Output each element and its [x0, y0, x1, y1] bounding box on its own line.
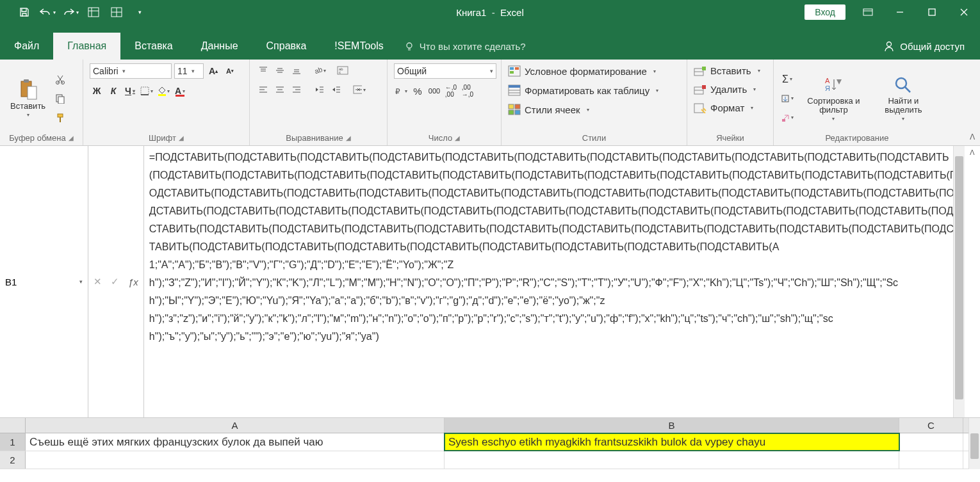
formula-scrollbar[interactable]	[953, 146, 965, 417]
cell-styles-button[interactable]: Стили ячеек▾	[508, 102, 680, 117]
col-header-C[interactable]: C	[899, 418, 963, 433]
align-right-button[interactable]	[290, 83, 304, 97]
cell-C2[interactable]	[899, 451, 963, 469]
formula-bar-collapse[interactable]: ᐱ	[965, 146, 980, 417]
group-editing: Σ АЯ Сортировка и фильтр▾ Найти и выдели…	[774, 60, 940, 145]
tab-home[interactable]: Главная	[53, 33, 120, 60]
sort-filter-button[interactable]: АЯ Сортировка и фильтр▾	[798, 72, 869, 125]
decrease-indent-button[interactable]	[313, 83, 327, 97]
name-box-input[interactable]	[5, 277, 79, 287]
align-bottom-button[interactable]	[290, 63, 304, 77]
title-bar: ▾ ▾ ▾ Книга1 - Excel Вход	[0, 0, 980, 24]
number-format-combo[interactable]: Общий▾	[394, 63, 496, 79]
font-color-button[interactable]: А	[173, 84, 187, 98]
insert-cells-button[interactable]: Вставить▾	[694, 63, 767, 78]
clear-button[interactable]	[780, 111, 794, 125]
copy-button[interactable]	[53, 92, 67, 106]
maximize-button[interactable]	[916, 0, 948, 24]
percent-button[interactable]: %	[411, 84, 425, 98]
wrap-text-button[interactable]: abc	[336, 63, 350, 77]
fill-button[interactable]	[780, 92, 794, 106]
underline-button[interactable]: Ч	[123, 84, 137, 98]
svg-point-19	[56, 81, 60, 84]
qat-customize[interactable]: ▾	[128, 0, 151, 24]
insert-function-button[interactable]: ƒx	[128, 277, 138, 287]
close-button[interactable]	[948, 0, 980, 24]
paste-label: Вставить	[10, 101, 45, 111]
row-header-2[interactable]: 2	[0, 451, 26, 469]
cell-B1[interactable]: Syesh eschyo etikh myagkikh frantsuzskik…	[445, 433, 899, 451]
svg-point-20	[61, 81, 65, 84]
bold-button[interactable]: Ж	[90, 84, 104, 98]
autosum-button[interactable]: Σ	[780, 72, 794, 86]
share-button[interactable]: Общий доступ	[883, 40, 980, 60]
increase-indent-button[interactable]	[329, 83, 343, 97]
decrease-decimal-button[interactable]: ,00→,0	[461, 84, 475, 98]
tab-help[interactable]: Справка	[252, 33, 321, 60]
enter-formula-button[interactable]: ✓	[111, 276, 119, 287]
collapse-ribbon-button[interactable]: ᐱ	[970, 133, 975, 141]
svg-rect-0	[88, 8, 99, 17]
cut-button[interactable]	[53, 72, 67, 86]
svg-rect-6	[863, 9, 872, 15]
find-select-button[interactable]: Найти и выделить▾	[873, 72, 934, 125]
col-header-A[interactable]: A	[26, 418, 445, 433]
tab-data[interactable]: Данные	[187, 33, 252, 60]
fill-color-button[interactable]	[156, 84, 170, 98]
qat-icon-1[interactable]	[82, 0, 105, 24]
orientation-button[interactable]: ab	[313, 63, 327, 77]
format-painter-button[interactable]	[53, 111, 67, 125]
cell-A1[interactable]: Съешь ещё этих мягких французских булок …	[26, 433, 445, 451]
italic-button[interactable]: К	[106, 84, 120, 98]
font-launcher[interactable]: ◢	[179, 134, 184, 141]
tab-insert[interactable]: Вставка	[120, 33, 186, 60]
shrink-font-button[interactable]: A▾	[223, 64, 237, 78]
increase-decimal-button[interactable]: ←,0,00	[444, 84, 458, 98]
save-button[interactable]	[13, 0, 36, 24]
format-cells-button[interactable]: Формат▾	[694, 100, 767, 115]
login-button[interactable]: Вход	[804, 4, 845, 20]
svg-rect-76	[702, 85, 706, 89]
cancel-formula-button[interactable]: ✕	[94, 276, 102, 287]
share-label: Общий доступ	[900, 41, 965, 52]
svg-rect-17	[24, 79, 29, 83]
name-box-dropdown[interactable]: ▾	[79, 278, 83, 285]
name-box[interactable]: ▾	[0, 146, 88, 417]
number-launcher[interactable]: ◢	[455, 134, 460, 141]
clipboard-launcher[interactable]: ◢	[69, 134, 74, 141]
grow-font-button[interactable]: A▴	[206, 64, 220, 78]
col-header-B[interactable]: B	[445, 418, 899, 433]
row-1: 1 Съешь ещё этих мягких французских було…	[0, 433, 980, 451]
redo-button[interactable]: ▾	[59, 0, 82, 24]
border-button[interactable]	[140, 84, 154, 98]
paste-button[interactable]: Вставить ▾	[6, 77, 49, 120]
qat-icon-2[interactable]	[105, 0, 128, 24]
select-all-corner[interactable]	[0, 418, 26, 433]
quick-access-toolbar: ▾ ▾ ▾	[0, 0, 151, 24]
font-size-combo[interactable]: 11▾	[174, 63, 204, 79]
row-header-1[interactable]: 1	[0, 433, 26, 451]
align-center-button[interactable]	[273, 83, 287, 97]
align-top-button[interactable]	[256, 63, 270, 77]
cell-B2[interactable]	[445, 451, 899, 469]
sheet-scrollbar[interactable]	[968, 418, 980, 469]
delete-cells-button[interactable]: Удалить▾	[694, 82, 767, 97]
tab-file[interactable]: Файл	[0, 33, 53, 60]
ribbon-display-button[interactable]	[852, 0, 884, 24]
format-as-table-button[interactable]: Форматировать как таблицу▾	[508, 83, 680, 98]
font-name-combo[interactable]: Calibri▾	[90, 63, 172, 79]
undo-button[interactable]: ▾	[36, 0, 59, 24]
tab-semtools[interactable]: !SEMTools	[320, 33, 397, 60]
merge-button[interactable]	[352, 83, 366, 97]
accounting-button[interactable]: ₽	[394, 84, 408, 98]
cell-A2[interactable]	[26, 451, 445, 469]
align-left-button[interactable]	[256, 83, 270, 97]
align-middle-button[interactable]	[273, 63, 287, 77]
formula-input[interactable]: =ПОДСТАВИТЬ(ПОДСТАВИТЬ(ПОДСТАВИТЬ(ПОДСТА…	[144, 146, 965, 417]
conditional-formatting-button[interactable]: Условное форматирование▾	[508, 63, 680, 79]
cell-C1[interactable]	[899, 433, 963, 451]
align-launcher[interactable]: ◢	[346, 134, 351, 141]
minimize-button[interactable]	[884, 0, 916, 24]
comma-button[interactable]: 000	[427, 84, 441, 98]
tell-me[interactable]: Что вы хотите сделать?	[404, 41, 526, 60]
